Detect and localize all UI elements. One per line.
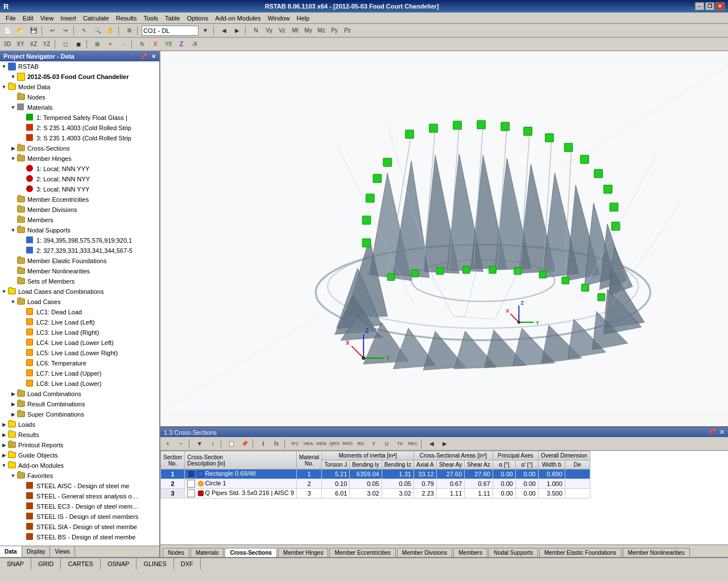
tree-item-lc1[interactable]: LC1: Dead Load xyxy=(0,307,159,317)
tree-item-lc8[interactable]: LC8: Live Load (Lower) xyxy=(0,379,159,389)
tree-item-load-combinations[interactable]: ▶Load Combinations xyxy=(0,389,159,399)
menu-item-add-on-modules[interactable]: Add-on Modules xyxy=(212,14,264,23)
expand-rstab[interactable]: ▼ xyxy=(0,63,8,70)
tree-item-steel-ec3[interactable]: STEEL EC3 - Design of steel membe xyxy=(0,501,159,512)
expand-load-combinations[interactable]: ▶ xyxy=(9,390,17,398)
undo-btn[interactable]: ↩ xyxy=(46,25,59,36)
tab-member-hinges[interactable]: Member Hinges xyxy=(278,548,329,557)
status-glines[interactable]: GLINES xyxy=(136,558,173,569)
restore-btn[interactable]: ❐ xyxy=(705,2,714,10)
tree-item-lc2[interactable]: LC2: Live Load (Left) xyxy=(0,317,159,327)
tb-t-btn[interactable]: T xyxy=(367,438,380,450)
zoom-out-btn[interactable]: - xyxy=(117,39,130,50)
zoom-in-btn[interactable]: + xyxy=(104,39,117,50)
tree-item-sets-of-members[interactable]: Sets of Members xyxy=(0,276,159,286)
tb-rro-btn[interactable]: RRO xyxy=(341,438,354,450)
tree-item-steel-sia[interactable]: STEEL SIA - Design of steel membe xyxy=(0,522,159,532)
disp5-btn[interactable]: My xyxy=(302,25,315,36)
expand-addon-modules[interactable]: ▼ xyxy=(0,462,8,469)
solid-btn[interactable]: ◼ xyxy=(72,39,85,50)
tree-item-hinge1[interactable]: 1: Local; NNN YYY xyxy=(0,164,159,174)
tree-root-rstab[interactable]: ▼ RSTAB xyxy=(0,61,159,72)
tree-item-cross-sections[interactable]: ▶Cross-Sections xyxy=(0,143,159,153)
axis-x-btn[interactable]: X xyxy=(149,39,162,50)
menu-item-options[interactable]: Options xyxy=(183,14,212,23)
open-btn[interactable]: 📂 xyxy=(14,25,27,36)
expand-cross-sections[interactable]: ▶ xyxy=(9,144,17,152)
tb-fx-btn[interactable]: fx xyxy=(270,438,283,450)
status-osnap[interactable]: OSNAP xyxy=(101,558,137,569)
tab-members[interactable]: Members xyxy=(453,548,487,557)
tree-item-load-cases[interactable]: ▼Load Cases xyxy=(0,297,159,307)
viewyz-btn[interactable]: YZ xyxy=(40,39,53,50)
expand-load-cases[interactable]: ▼ xyxy=(9,298,17,306)
disp6-btn[interactable]: Mz xyxy=(315,25,328,36)
tree-item-mat1[interactable]: 1: Tempered Safety Float Glass | xyxy=(0,113,159,123)
tree-item-member-hinges[interactable]: ▼Member Hinges xyxy=(0,153,159,164)
zoom-btn[interactable]: 🔍 xyxy=(91,25,104,36)
canvas-3d[interactable]: Y X Z Y X Z xyxy=(160,51,728,426)
expand-project[interactable]: ▼ xyxy=(9,73,17,81)
tree-item-steel-aisc[interactable]: STEEL AISC - Design of steel me xyxy=(0,481,159,491)
tb-u-btn[interactable]: U xyxy=(380,438,393,450)
tb-ifc-btn[interactable]: IFC xyxy=(289,438,301,450)
tree-item-nodal-supports[interactable]: ▼Nodal Supports xyxy=(0,225,159,235)
tab-materials[interactable]: Materials xyxy=(191,548,224,557)
nav-tab-data[interactable]: Data xyxy=(0,546,22,557)
tree-item-loads[interactable]: ▶Loads xyxy=(0,419,159,430)
table-row[interactable]: 3 Q Pipes Std. 3.5x0.216 | AISC 9 3 6.01… xyxy=(161,489,590,498)
menu-item-file[interactable]: File xyxy=(2,14,19,23)
tree-item-member-elastic-foundations[interactable]: Member Elastic Foundations xyxy=(0,256,159,266)
tree-item-mat2[interactable]: 2: S 235 1.4003 (Cold Rolled Strip xyxy=(0,123,159,133)
tree-item-super-combinations[interactable]: ▶Super Combinations xyxy=(0,409,159,419)
menu-item-help[interactable]: Help xyxy=(293,14,313,23)
expand-super-combinations[interactable]: ▶ xyxy=(9,410,17,418)
expand-results[interactable]: ▶ xyxy=(0,431,8,439)
tree-item-steel-is[interactable]: STEEL IS - Design of steel members xyxy=(0,512,159,522)
disp-btn[interactable]: N xyxy=(250,25,262,36)
tb-scroll-right[interactable]: ▶ xyxy=(439,438,451,450)
tree-item-result-combinations[interactable]: ▶Result Combinations xyxy=(0,399,159,409)
tree-item-lc7[interactable]: LC7: Live Load (Upper) xyxy=(0,368,159,379)
axis-neg-btn[interactable]: -X xyxy=(188,39,201,50)
expand-nodal-supports[interactable]: ▼ xyxy=(9,226,17,234)
combo-arrow[interactable]: ▼ xyxy=(199,25,212,36)
tb-sort-btn[interactable]: ↕ xyxy=(206,438,219,450)
tree-item-ns1[interactable]: 1: 394,395,398,575,576,919,920,1 xyxy=(0,235,159,246)
tree-item-favorites[interactable]: ▼Favorites xyxy=(0,471,159,481)
prev-btn[interactable]: ◀ xyxy=(218,25,230,36)
expand-model-data[interactable]: ▼ xyxy=(0,83,8,91)
close-btn[interactable]: ✕ xyxy=(715,2,725,10)
tb-add-btn[interactable]: + xyxy=(162,438,174,450)
tb-rec-btn[interactable]: REC xyxy=(407,438,419,450)
menu-item-tools[interactable]: Tools xyxy=(140,14,162,23)
nav-tab-display[interactable]: Display xyxy=(22,546,51,557)
menu-item-edit[interactable]: Edit xyxy=(19,14,37,23)
tb-info-btn[interactable]: i xyxy=(257,438,270,450)
pin-btn[interactable]: 📌 xyxy=(140,53,147,60)
nav-close-btn[interactable]: ✕ xyxy=(151,53,156,60)
tree-item-lc5[interactable]: LC5: Live Load (Lower Right) xyxy=(0,348,159,358)
tree-item-ns2[interactable]: 2: 327,329,331,333,341,344,567-5 xyxy=(0,246,159,256)
pan-btn[interactable]: ✋ xyxy=(104,25,117,36)
expand-guide-objects[interactable]: ▶ xyxy=(0,451,8,459)
menu-item-insert[interactable]: Insert xyxy=(57,14,80,23)
disp4-btn[interactable]: Mt xyxy=(289,25,301,36)
view3d-btn[interactable]: 3D xyxy=(1,39,14,50)
minimize-btn[interactable]: ─ xyxy=(695,2,704,10)
tree-item-lc4[interactable]: LC4: Live Load (Lower Left) xyxy=(0,338,159,348)
tree-item-nodes[interactable]: Nodes xyxy=(0,92,159,102)
tb-paste-btn[interactable]: 📌 xyxy=(238,438,251,450)
axis-z-btn[interactable]: Z xyxy=(175,39,188,50)
table-row[interactable]: 1 Rectangle 0.69/48 1 5.21 6359.04 1.31 … xyxy=(161,469,590,479)
nav-tab-views[interactable]: Views xyxy=(50,546,75,557)
menu-item-table[interactable]: Table xyxy=(162,14,183,23)
tab-member-nonlinearities[interactable]: Member Nonlinearities xyxy=(623,548,690,557)
tree-project[interactable]: ▼ 2012-05-03 Food Court Chandelier xyxy=(0,72,159,82)
expand-printout-reports[interactable]: ▶ xyxy=(0,441,8,449)
tb-del-btn[interactable]: − xyxy=(175,438,187,450)
rotate-btn[interactable]: ↻ xyxy=(136,39,148,50)
tab-member-eccentricities[interactable]: Member Eccentricities xyxy=(329,548,395,557)
tree-item-member-eccentricities[interactable]: Member Eccentricities xyxy=(0,194,159,205)
tb-filter-btn[interactable]: ▼ xyxy=(193,438,206,450)
